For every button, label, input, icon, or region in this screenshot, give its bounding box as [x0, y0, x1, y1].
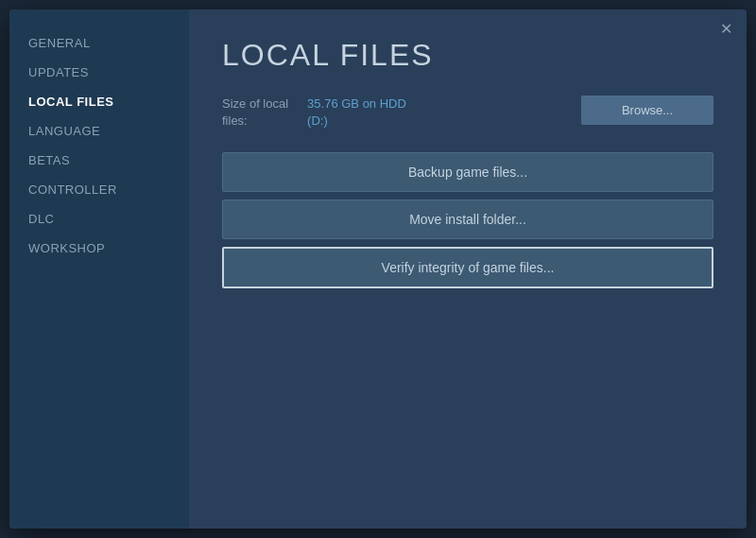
sidebar-item-local-files[interactable]: LOCAL FILES — [9, 87, 189, 116]
sidebar-item-workshop[interactable]: WORKSHOP — [9, 234, 189, 263]
size-value: 35.76 GB on HDD(D:) — [307, 95, 406, 130]
size-row: Size of localfiles: 35.76 GB on HDD(D:) … — [222, 95, 713, 130]
sidebar: GENERAL UPDATES LOCAL FILES LANGUAGE BET… — [9, 9, 189, 529]
dialog: GENERAL UPDATES LOCAL FILES LANGUAGE BET… — [9, 9, 747, 529]
sidebar-item-general[interactable]: GENERAL — [9, 28, 189, 58]
sidebar-item-controller[interactable]: CONTROLLER — [9, 175, 189, 204]
main-content: ✕ LOCAL FILES Size of localfiles: 35.76 … — [189, 9, 747, 529]
sidebar-item-betas[interactable]: BETAS — [9, 146, 189, 175]
sidebar-item-updates[interactable]: UPDATES — [9, 58, 189, 87]
close-button[interactable]: ✕ — [716, 19, 735, 38]
page-title: LOCAL FILES — [222, 38, 713, 73]
verify-integrity-button[interactable]: Verify integrity of game files... — [222, 247, 713, 288]
sidebar-item-dlc[interactable]: DLC — [9, 204, 189, 234]
backup-button[interactable]: Backup game files... — [222, 152, 713, 192]
sidebar-item-language[interactable]: LANGUAGE — [9, 116, 189, 146]
browse-button[interactable]: Browse... — [581, 95, 713, 125]
size-label: Size of localfiles: — [222, 95, 288, 130]
move-install-button[interactable]: Move install folder... — [222, 200, 713, 239]
